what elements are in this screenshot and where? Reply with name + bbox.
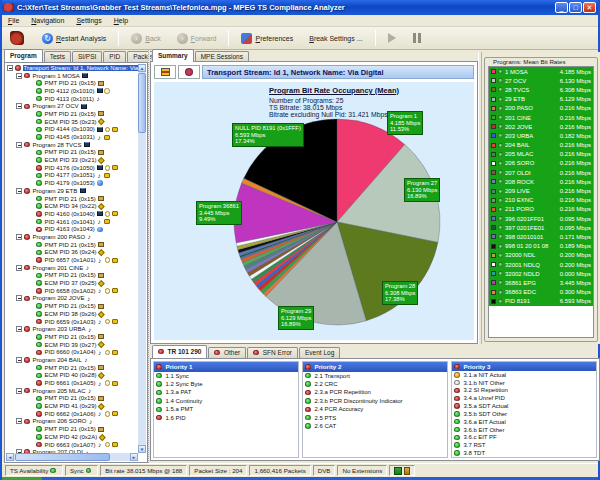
test-item-3-8-tdt[interactable]: 3.8 TDT <box>452 449 596 457</box>
test-item-3-5-a-sdt-actual[interactable]: 3.5.a SDT Actual <box>452 402 596 410</box>
test-item-2-3-a-pcr-repetition[interactable]: 2.3.a PCR Repetition <box>303 388 447 396</box>
tree-pid-node[interactable]: PMT PID 21 (0x15) <box>6 241 138 249</box>
tree-pid-node[interactable]: PID 6660 (0x1A04)♪ <box>6 348 138 356</box>
menu-item-navigation[interactable]: Navigation <box>25 17 70 24</box>
collapse-icon[interactable] <box>16 234 22 240</box>
tab-program[interactable]: Program <box>4 49 43 62</box>
collapse-icon[interactable] <box>16 188 22 194</box>
toolbar-button-restart-analysis[interactable]: ↻Restart Analysis <box>34 31 114 46</box>
test-item-2-3-b-pcr-discontinuity-indicator[interactable]: 2.3.b PCR Discontinuity Indicator <box>303 397 447 405</box>
tree-pid-node[interactable]: ECM PID 41 (0x29) <box>6 402 138 410</box>
priority-header-priority-3[interactable]: Priority 3 <box>452 362 596 371</box>
program-bitrate-row[interactable]: 204 BAIL0.216 Mbps <box>489 141 593 150</box>
program-bitrate-row[interactable]: 36863 EDC0.300 Mbps <box>489 288 593 297</box>
program-bitrate-row[interactable]: 29 ETB6.129 Mbps <box>489 95 593 104</box>
tree-pid-node[interactable]: PMT PID 21 (0x15) <box>6 333 138 341</box>
tree-pid-node[interactable]: PMT PID 21 (0x15) <box>6 302 138 310</box>
tree-pid-node[interactable]: PID 6662 (0x1A06)♪ <box>6 410 138 418</box>
test-item-3-4-a-unref-pid[interactable]: 3.4.a Unref PID <box>452 394 596 402</box>
program-bitrate-row[interactable]: 207 OLDI0.216 Mbps <box>489 168 593 177</box>
program-bitrate-row[interactable]: 28 TVCS6.308 Mbps <box>489 85 593 94</box>
test-item-2-2-crc[interactable]: 2.2 CRC <box>303 380 447 388</box>
tree-pid-node[interactable]: PID 6659 (0x1A03)♪ <box>6 318 138 326</box>
tree-pid-node[interactable]: PID 4179 (0x1053) <box>6 179 138 187</box>
tree-vscroll-thumb[interactable] <box>138 73 146 133</box>
program-bitrate-row[interactable]: 32002 NDLD0.000 Mbps <box>489 269 593 278</box>
collapse-icon[interactable] <box>16 418 22 424</box>
tree-program-node[interactable]: Program 28 TVCS <box>6 141 138 149</box>
program-bitrate-row[interactable]: 398 020101010.171 Mbps <box>489 232 593 241</box>
test-item-2-1-transport[interactable]: 2.1 Transport <box>303 372 447 380</box>
collapse-icon[interactable] <box>16 73 22 79</box>
program-bitrate-row[interactable]: 208 ROCK0.216 Mbps <box>489 177 593 186</box>
tree-pid-node[interactable]: PID 6661 (0x1A05)♪ <box>6 379 138 387</box>
tree-program-node[interactable]: Program 206 SORO♪ <box>6 418 138 426</box>
tree-pid-node[interactable]: ECM PID 36 (0x24) <box>6 249 138 257</box>
tree-pid-node[interactable]: ECM PID 37 (0x25) <box>6 279 138 287</box>
tree-pid-node[interactable]: PID 4160 (0x1040) <box>6 210 138 218</box>
tab-pid[interactable]: PID <box>103 51 126 62</box>
tab-tests[interactable]: Tests <box>44 51 71 62</box>
program-bitrate-row[interactable]: 200 PASO0.216 Mbps <box>489 104 593 113</box>
tree-program-node[interactable]: Program 29 ETB <box>6 187 138 195</box>
scroll-left-icon[interactable]: ◄ <box>6 453 14 461</box>
program-bitrate-row[interactable]: PID 81916.593 Mbps <box>489 297 593 306</box>
tab-sfn-error[interactable]: SFN Error <box>247 347 298 358</box>
test-item-3-5-b-sdt-other[interactable]: 3.5.b SDT Other <box>452 410 596 418</box>
test-item-3-1-b-nit-other[interactable]: 3.1.b NIT Other <box>452 379 596 387</box>
scroll-down-icon[interactable]: ▼ <box>138 445 146 453</box>
collapse-icon[interactable] <box>16 103 22 109</box>
stream-icon-button[interactable] <box>154 65 176 79</box>
program-bitrate-row[interactable]: 202 JOVE0.216 Mbps <box>489 122 593 131</box>
menu-item-help[interactable]: Help <box>108 17 134 24</box>
tree-pid-node[interactable]: PID 6657 (0x1A01)♪ <box>6 256 138 264</box>
tree-pid-node[interactable]: PID 6658 (0x1A02)♪ <box>6 287 138 295</box>
tab-event-log[interactable]: Event Log <box>299 347 340 358</box>
tree-pid-node[interactable]: ECM PID 42 (0x2A) <box>6 433 138 441</box>
tree-pid-node[interactable]: PID 6663 (0x1A07)♪ <box>6 441 138 449</box>
tree-pid-node[interactable]: ECM PID 35 (0x23) <box>6 118 138 126</box>
test-item-1-3-a-pat[interactable]: 1.3.a PAT <box>154 388 298 396</box>
test-item-2-6-cat[interactable]: 2.6 CAT <box>303 422 447 430</box>
program-bitrate-row[interactable]: 210 EXNC0.216 Mbps <box>489 196 593 205</box>
priority-header-priority-2[interactable]: Priority 2 <box>303 362 447 372</box>
tree-pid-node[interactable]: PID 4112 (0x1010) <box>6 87 138 95</box>
collapse-icon[interactable] <box>16 326 22 332</box>
priority-header-priority-1[interactable]: Priority 1 <box>154 362 298 372</box>
scroll-right-icon[interactable]: ► <box>130 453 138 461</box>
test-item-3-1-a-nit-actual[interactable]: 3.1.a NIT Actual <box>452 371 596 379</box>
program-bitrate-row[interactable]: 209 LIVE0.216 Mbps <box>489 186 593 195</box>
tree-program-node[interactable]: Program 201 CINE♪ <box>6 264 138 272</box>
test-item-3-6-b-eit-other[interactable]: 3.6.b EIT Other <box>452 426 596 434</box>
tab-summary[interactable]: Summary <box>152 49 194 62</box>
tab-si-psi[interactable]: SI/PSI <box>72 51 102 62</box>
collapse-icon[interactable] <box>16 388 22 394</box>
tree-pid-node[interactable]: PMT PID 21 (0x15) <box>6 425 138 433</box>
test-item-3-7-rst[interactable]: 3.7 RST <box>452 441 596 449</box>
maximize-button[interactable]: □ <box>569 2 582 13</box>
collapse-icon[interactable] <box>16 295 22 301</box>
tree-pid-node[interactable]: PMT PID 21 (0x15) <box>6 110 138 118</box>
tree-program-node[interactable]: Program 27 OCV <box>6 102 138 110</box>
collapse-icon[interactable] <box>16 265 22 271</box>
program-bitrate-row[interactable]: 27 OCV6.130 Mbps <box>489 76 593 85</box>
tree-program-node[interactable]: Program 200 PASO♪ <box>6 233 138 241</box>
tree-root[interactable]: Transport Stream: Id 1, Network Name: Vi… <box>6 64 138 72</box>
minimize-button[interactable]: _ <box>555 2 568 13</box>
test-item-2-5-pts[interactable]: 2.5 PTS <box>303 413 447 421</box>
test-item-2-4-pcr-accuracy[interactable]: 2.4 PCR Accuracy <box>303 405 447 413</box>
tab-other[interactable]: Other <box>208 347 246 358</box>
tree-program-node[interactable]: Program 204 BAIL♪ <box>6 356 138 364</box>
tree-program-node[interactable]: Program 205 MLAC♪ <box>6 387 138 395</box>
tree-pid-node[interactable]: ECM PID 40 (0x28) <box>6 372 138 380</box>
toolbar-button-preferences[interactable]: Preferences <box>233 31 301 46</box>
collapse-icon[interactable] <box>16 142 22 148</box>
tree-pid-node[interactable]: ECM PID 34 (0x22) <box>6 202 138 210</box>
tree-program-node[interactable]: Program 1 MOSA <box>6 72 138 80</box>
program-bitrate-row[interactable]: 32000 NDL0.200 Mbps <box>489 251 593 260</box>
program-bitrate-row[interactable]: 211 PORO0.216 Mbps <box>489 205 593 214</box>
tree-pid-node[interactable]: PID 4177 (0x1051)♪ <box>6 172 138 180</box>
program-bitrate-row[interactable]: 36861 EPG3.445 Mbps <box>489 278 593 287</box>
test-item-3-6-a-eit-actual[interactable]: 3.6.a EIT Actual <box>452 418 596 426</box>
toolbar-button-pause[interactable] <box>404 31 431 46</box>
